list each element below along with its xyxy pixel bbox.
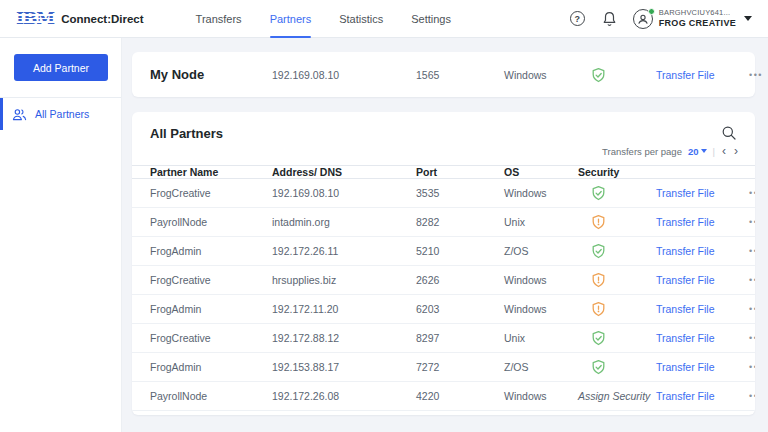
column-header: Port [416,166,504,178]
overflow-menu-icon[interactable]: ••• [749,362,755,372]
sidebar-item-all-partners[interactable]: All Partners [0,98,121,130]
overflow-menu-icon[interactable]: ••• [749,217,755,227]
user-menu[interactable]: BARGHVCIUY641... FROG CREATIVE [633,8,752,29]
port-cell: 8282 [416,216,504,228]
transfer-file-link[interactable]: Transfer File [656,303,749,315]
overflow-menu-icon[interactable]: ••• [749,275,755,285]
transfer-file-link[interactable]: Transfer File [656,390,749,402]
partner-name-cell: PayrollNode [150,390,272,402]
column-header: Partner Name [150,166,272,178]
shield-warning-icon [578,301,656,317]
partners-table-body: FrogCreative 192.169.08.10 3535 Windows … [132,179,755,415]
column-header: OS [504,166,578,178]
security-cell: Assign Security [578,390,656,402]
prev-page-icon[interactable]: ‹ [721,145,727,157]
table-row: PayrollNode 192.172.26.08 4220 Windows A… [132,382,755,411]
port-cell: 5210 [416,245,504,257]
my-node-transfer-file-link[interactable]: Transfer File [656,69,749,81]
port-cell: 7272 [416,361,504,373]
os-cell: Windows [504,274,578,286]
partners-people-icon [12,108,27,121]
table-row: FrogCreative 192.153.88.15 8080 Unix Tra… [132,411,755,415]
shield-check-icon [578,185,656,201]
os-cell: Windows [504,187,578,199]
nav-tab-transfers[interactable]: Transfers [182,0,256,37]
os-cell: Z/OS [504,361,578,373]
transfer-file-link[interactable]: Transfer File [656,187,749,199]
my-node-address: 192.169.08.10 [272,69,416,81]
transfer-file-link[interactable]: Transfer File [656,332,749,344]
overflow-menu-icon[interactable]: ••• [749,304,755,314]
my-node-port: 1565 [416,69,504,81]
page-size-select[interactable]: 20 [688,146,707,157]
brand: IBM Connect:Direct [16,9,144,28]
address-cell: intadmin.org [272,216,416,228]
search-icon[interactable] [721,125,737,141]
product-name: Connect:Direct [61,13,143,25]
next-page-icon[interactable]: › [733,145,739,157]
pagination-bar: Transfers per page 20 | ‹ › [132,143,755,165]
column-header: Security [578,166,656,178]
user-id: BARGHVCIUY641... [659,8,736,17]
partner-name-cell: FrogCreative [150,274,272,286]
transfer-file-link[interactable]: Transfer File [656,274,749,286]
address-cell: 192.169.08.10 [272,187,416,199]
my-node-row: My Node 192.169.08.10 1565 Windows Trans… [132,52,755,97]
top-header: IBM Connect:Direct TransfersPartnersStat… [0,0,768,38]
partner-name-cell: FrogAdmin [150,303,272,315]
shield-check-icon [578,243,656,259]
port-cell: 4220 [416,390,504,402]
my-node-os: Windows [504,69,578,81]
nav-tab-settings[interactable]: Settings [397,0,465,37]
os-cell: Unix [504,332,578,344]
partner-name-cell: FrogAdmin [150,361,272,373]
port-cell: 3535 [416,187,504,199]
add-partner-button[interactable]: Add Partner [14,54,108,81]
address-cell: 192.172.26.08 [272,390,416,402]
table-row: FrogAdmin 192.172.11.20 6203 Windows Tra… [132,295,755,324]
transfer-file-link[interactable]: Transfer File [656,361,749,373]
port-cell: 6203 [416,303,504,315]
address-cell: 192.172.11.20 [272,303,416,315]
table-row: FrogCreative hrsupplies.biz 2626 Windows… [132,266,755,295]
os-cell: Windows [504,390,578,402]
overflow-menu-icon[interactable]: ••• [749,188,755,198]
sidebar: Add Partner All Partners [0,38,122,432]
table-row: FrogAdmin 192.153.88.17 7272 Z/OS Transf… [132,353,755,382]
partner-name-cell: FrogAdmin [150,245,272,257]
assign-security-label[interactable]: Assign Security [578,390,650,402]
chevron-down-icon [701,149,707,153]
chevron-down-icon [744,16,752,21]
table-header-row: Partner NameAddress/ DNSPortOSSecurity [132,165,755,179]
all-partners-title: All Partners [150,126,223,141]
help-icon[interactable]: ? [569,10,586,27]
ibm-logo: IBM [16,9,54,28]
address-cell: 192.172.26.11 [272,245,416,257]
address-cell: hrsupplies.biz [272,274,416,286]
main-content: My Node 192.169.08.10 1565 Windows Trans… [122,38,768,432]
notifications-bell-icon[interactable] [601,10,618,27]
per-page-label: Transfers per page [602,146,682,157]
nav-tab-partners[interactable]: Partners [256,0,326,37]
transfer-file-link[interactable]: Transfer File [656,245,749,257]
table-row: PayrollNode intadmin.org 8282 Unix Trans… [132,208,755,237]
shield-warning-icon [578,272,656,288]
shield-warning-icon [578,214,656,230]
os-cell: Windows [504,303,578,315]
user-org: FROG CREATIVE [659,18,736,29]
nav-tab-statistics[interactable]: Statistics [325,0,397,37]
overflow-menu-icon[interactable]: ••• [749,391,755,401]
port-cell: 8297 [416,332,504,344]
overflow-menu-icon[interactable]: ••• [749,333,755,343]
port-cell: 2626 [416,274,504,286]
overflow-menu-icon[interactable]: ••• [749,70,763,80]
os-cell: Unix [504,216,578,228]
address-cell: 192.172.88.12 [272,332,416,344]
transfer-file-link[interactable]: Transfer File [656,216,749,228]
partner-name-cell: FrogCreative [150,332,272,344]
shield-check-icon [578,67,656,83]
online-status-dot [648,8,655,15]
sidebar-item-label: All Partners [35,108,89,120]
my-node-title: My Node [150,67,272,82]
overflow-menu-icon[interactable]: ••• [749,246,755,256]
